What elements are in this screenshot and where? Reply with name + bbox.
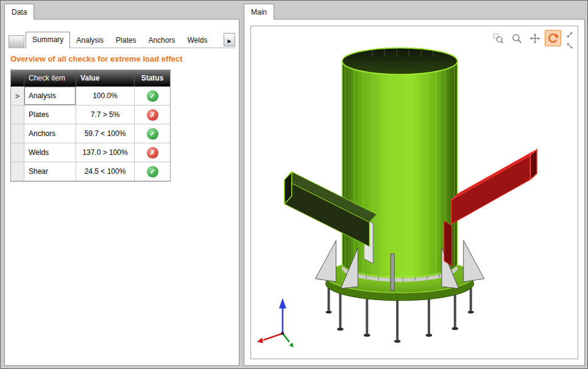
tab-data[interactable]: Data	[4, 4, 34, 20]
check-circle-icon	[147, 128, 158, 140]
axis-x	[263, 334, 283, 340]
tab-summary[interactable]: Summary	[26, 32, 70, 48]
cell-check-item[interactable]: Plates	[24, 106, 76, 124]
cell-check-item[interactable]: Analysis	[24, 87, 76, 106]
tab-analysis[interactable]: Analysis	[70, 33, 110, 48]
pan-button[interactable]	[526, 30, 543, 46]
cell-check-item[interactable]: Shear	[24, 162, 76, 181]
row-selector[interactable]	[11, 124, 24, 143]
row-selector[interactable]	[11, 162, 24, 181]
axes-origin	[281, 332, 284, 335]
table-row[interactable]: Anchors 59.7 < 100%	[11, 124, 170, 143]
table-header-row: Check item Value Status	[11, 70, 170, 87]
cell-check-item[interactable]: Anchors	[24, 124, 76, 143]
view-toolbar	[490, 30, 574, 50]
arrow-right-icon	[227, 34, 231, 45]
cell-value[interactable]: 137.0 > 100%	[76, 143, 135, 162]
tab-anchors[interactable]: Anchors	[142, 33, 181, 48]
row-selector[interactable]	[11, 143, 24, 162]
zoom-button[interactable]	[508, 30, 525, 46]
header-status: Status	[135, 70, 170, 87]
header-check-item: Check item	[24, 70, 76, 87]
cell-status	[135, 124, 170, 143]
default-view-button[interactable]	[565, 41, 574, 50]
axis-z-arrowhead	[279, 298, 286, 309]
cell-check-item[interactable]: Welds	[24, 143, 76, 162]
scroll-tabs-right-button[interactable]	[224, 33, 235, 46]
row-selector[interactable]	[11, 106, 24, 124]
fit-to-window-button[interactable]	[565, 30, 574, 39]
brace-right-end-cap	[530, 149, 537, 180]
checks-heading: Overview of all checks for extreme load …	[10, 54, 183, 63]
checks-table: Check item Value Status Analysis 100.0% …	[10, 70, 171, 182]
check-circle-icon	[147, 90, 158, 102]
view-mini-buttons	[565, 30, 574, 50]
cell-status	[135, 106, 170, 124]
fin-plate-right	[444, 221, 452, 266]
table-row[interactable]: Welds 137.0 > 100%	[11, 143, 170, 162]
cell-value[interactable]: 100.0%	[76, 87, 135, 106]
axis-y	[283, 334, 289, 342]
tab-main-label: Main	[251, 8, 267, 16]
table-row[interactable]: Shear 24.5 < 100%	[11, 162, 170, 181]
check-circle-icon	[147, 166, 158, 177]
application-window: Data Summary Analysis Plates Anchors Wel…	[0, 0, 588, 369]
tab-data-label: Data	[12, 8, 27, 16]
pan-icon	[530, 33, 540, 44]
table-row[interactable]: Plates 7.7 > 5%	[11, 106, 170, 124]
tab-main[interactable]: Main	[244, 4, 274, 20]
axes-triad	[257, 298, 294, 348]
tabstrip-stub	[9, 35, 24, 48]
main-panel	[244, 19, 585, 366]
cell-status	[135, 143, 170, 162]
cross-circle-icon	[147, 109, 158, 121]
cell-value[interactable]: 7.7 > 5%	[76, 106, 135, 124]
header-value: Value	[76, 70, 135, 87]
tab-welds[interactable]: Welds	[181, 33, 213, 48]
zoom-icon	[511, 33, 522, 44]
data-panel: Summary Analysis Plates Anchors Welds Ov…	[4, 19, 239, 366]
brace-right[interactable]	[444, 149, 537, 266]
fit-to-window-icon	[566, 31, 573, 38]
zoom-window-button[interactable]	[490, 30, 506, 46]
table-row[interactable]: Analysis 100.0%	[11, 87, 170, 106]
cell-status	[135, 162, 170, 181]
axis-y-arrowhead	[289, 343, 294, 348]
anchor-bolt[interactable]	[394, 294, 400, 343]
header-selector-cell	[11, 70, 24, 87]
default-view-icon	[566, 42, 573, 49]
rotate-icon	[547, 32, 559, 44]
3d-scene[interactable]	[251, 26, 578, 359]
rotate-button[interactable]	[545, 30, 561, 46]
row-selector[interactable]	[11, 87, 24, 106]
cross-circle-icon	[147, 147, 158, 159]
tab-plates[interactable]: Plates	[110, 33, 142, 48]
check-tabstrip: Summary Analysis Plates Anchors Welds	[9, 32, 235, 48]
cell-value[interactable]: 59.7 < 100%	[76, 124, 135, 143]
zoom-window-icon	[493, 33, 504, 44]
3d-viewport[interactable]	[250, 26, 578, 359]
column-top-opening	[342, 48, 457, 74]
axis-x-arrowhead	[257, 338, 263, 343]
cell-status	[135, 87, 170, 106]
cell-value[interactable]: 24.5 < 100%	[76, 162, 135, 181]
column-tube[interactable]	[342, 48, 457, 281]
